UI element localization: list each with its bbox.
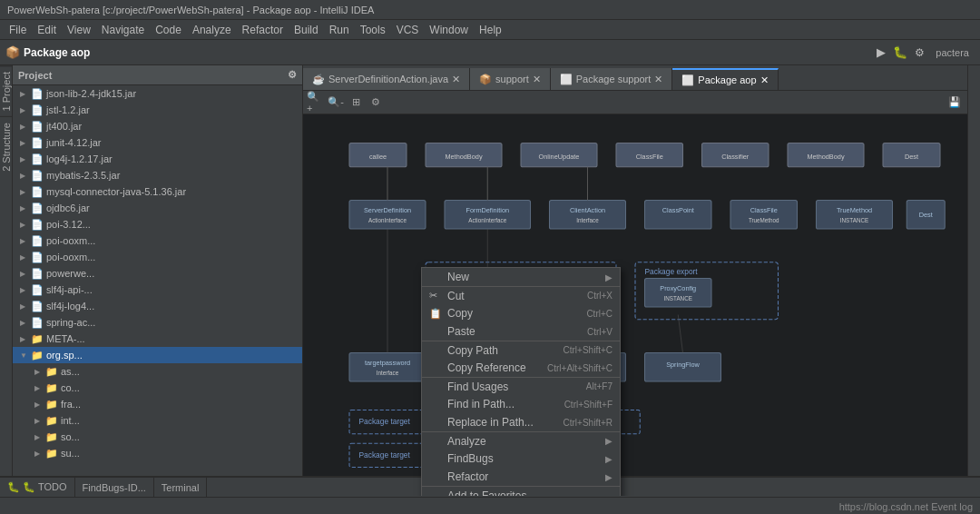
content-area: ☕ ServerDefinitionAction.java ✕ 📦 suppor… xyxy=(303,65,967,496)
ctx-find-usages[interactable]: Find Usages Alt+F7 xyxy=(422,377,620,395)
tree-item[interactable]: ▶📄powerwe... xyxy=(13,265,302,282)
toolbar-layout[interactable]: ⚙ xyxy=(367,94,385,112)
tree-item[interactable]: ▶📄poi-ooxm... xyxy=(13,232,302,249)
svg-text:ServerDefinition: ServerDefinition xyxy=(364,206,411,214)
menu-analyze[interactable]: Analyze xyxy=(187,22,237,38)
tree-item[interactable]: ▶📄mysql-connector-java-5.1.36.jar xyxy=(13,183,302,200)
tree-item[interactable]: ▶📄poi-ooxm... xyxy=(13,249,302,265)
tab-package-aop[interactable]: ⬜ Package aop ✕ xyxy=(672,68,778,90)
toolbar-fit[interactable]: ⊞ xyxy=(347,94,365,112)
tab-package-support[interactable]: ⬜ Package support ✕ xyxy=(551,68,673,90)
tab-server-definition[interactable]: ☕ ServerDefinitionAction.java ✕ xyxy=(303,68,470,90)
bottom-tab-terminal[interactable]: Terminal xyxy=(154,478,208,497)
bottom-tab-findbugs[interactable]: FindBugs-ID... xyxy=(75,478,154,497)
menu-build[interactable]: Build xyxy=(289,22,324,38)
svg-text:callee: callee xyxy=(369,153,387,161)
toolbar-project-label: Package aop xyxy=(24,46,90,59)
svg-text:TrueMethod: TrueMethod xyxy=(837,206,872,214)
ctx-copy-path[interactable]: Copy Path Ctrl+Shift+C xyxy=(422,341,620,359)
tab-icon: 📦 xyxy=(479,74,492,85)
project-tree: ▶📄json-lib-2.4-jdk15.jar ▶📄jstl-1.2.jar … xyxy=(13,85,302,496)
ctx-new[interactable]: New ▶ xyxy=(422,268,620,286)
toolbar-zoom-in[interactable]: 🔍+ xyxy=(307,94,325,112)
menu-edit[interactable]: Edit xyxy=(32,22,62,38)
ctx-find-path[interactable]: Find in Path... Ctrl+Shift+F xyxy=(422,395,620,413)
svg-rect-50 xyxy=(349,353,426,382)
ctx-copy[interactable]: 📋 Copy Ctrl+C xyxy=(422,304,620,322)
ctx-refactor[interactable]: Refactor ▶ xyxy=(422,468,620,486)
project-panel: Project ⚙ ▶📄json-lib-2.4-jdk15.jar ▶📄jst… xyxy=(13,65,303,496)
ctx-findbugs[interactable]: FindBugs ▶ xyxy=(422,450,620,468)
toolbar-debug-icon[interactable]: 🐛 xyxy=(893,45,907,59)
tree-item[interactable]: ▶📁as... xyxy=(13,363,302,380)
svg-text:ActionInterface: ActionInterface xyxy=(468,217,507,223)
menu-code[interactable]: Code xyxy=(150,22,187,38)
tab-close-icon[interactable]: ✕ xyxy=(654,74,662,85)
ctx-paste[interactable]: Paste Ctrl+V xyxy=(422,322,620,341)
menu-tools[interactable]: Tools xyxy=(355,22,391,38)
tree-item[interactable]: ▶📄jstl-1.2.jar xyxy=(13,102,302,118)
cut-icon: ✂ xyxy=(429,290,444,301)
tree-item[interactable]: ▶📄ojdbc6.jar xyxy=(13,200,302,216)
ctx-cut[interactable]: ✂ Cut Ctrl+X xyxy=(422,286,620,304)
tree-item[interactable]: ▶📄json-lib-2.4-jdk15.jar xyxy=(13,85,302,102)
tabs-bar: ☕ ServerDefinitionAction.java ✕ 📦 suppor… xyxy=(303,65,967,91)
svg-text:FormDefinition: FormDefinition xyxy=(466,206,509,214)
context-menu: New ▶ ✂ Cut Ctrl+X 📋 Copy Ctrl+C Paste C… xyxy=(421,267,621,496)
menu-window[interactable]: Window xyxy=(424,22,474,38)
toolbar-export[interactable]: 💾 xyxy=(946,94,964,112)
submenu-arrow: ▶ xyxy=(605,272,612,282)
tree-item[interactable]: ▶📁fra... xyxy=(13,396,302,412)
svg-text:OnlineUpdate: OnlineUpdate xyxy=(539,153,580,161)
project-gear-icon[interactable]: ⚙ xyxy=(288,69,297,81)
svg-text:INSTANCE: INSTANCE xyxy=(840,217,868,223)
todo-icon: 🐛 xyxy=(7,481,20,493)
ctx-add-favorites[interactable]: Add to Favorites xyxy=(422,486,620,496)
svg-text:Package export: Package export xyxy=(645,267,699,276)
side-tab-project[interactable]: 1 Project xyxy=(0,65,13,116)
tab-support[interactable]: 📦 support ✕ xyxy=(470,68,551,90)
side-tab-structure[interactable]: 2 Structure xyxy=(0,116,13,177)
menu-refactor[interactable]: Refactor xyxy=(237,22,289,38)
svg-text:ClassFile: ClassFile xyxy=(750,206,778,214)
tab-icon: ☕ xyxy=(312,74,325,85)
tree-item[interactable]: ▶📄junit-4.12.jar xyxy=(13,134,302,151)
tree-item[interactable]: ▶📁int... xyxy=(13,412,302,429)
svg-text:Interface: Interface xyxy=(576,217,599,223)
pactera-label: pactera xyxy=(936,47,969,58)
tree-item[interactable]: ▶📁co... xyxy=(13,380,302,396)
ctx-analyze[interactable]: Analyze ▶ xyxy=(422,431,620,450)
menu-run[interactable]: Run xyxy=(324,22,355,38)
svg-text:Package target: Package target xyxy=(359,450,411,460)
svg-rect-21 xyxy=(550,201,626,230)
ctx-replace-path[interactable]: Replace in Path... Ctrl+Shift+R xyxy=(422,413,620,431)
tree-item[interactable]: ▶📄poi-3.12... xyxy=(13,216,302,232)
tree-item[interactable]: ▶📄spring-ac... xyxy=(13,314,302,331)
tree-item[interactable]: ▶📄log4j-1.2.17.jar xyxy=(13,151,302,167)
tree-item[interactable]: ▶📄slf4j-api-... xyxy=(13,282,302,298)
menu-navigate[interactable]: Navigate xyxy=(96,22,150,38)
bottom-tab-todo[interactable]: 🐛 🐛 TODO xyxy=(0,478,75,497)
ctx-copy-reference[interactable]: Copy Reference Ctrl+Alt+Shift+C xyxy=(422,359,620,377)
menu-file[interactable]: File xyxy=(4,22,32,38)
editor-toolbar: 🔍+ 🔍- ⊞ ⚙ 💾 xyxy=(303,91,967,114)
tree-item[interactable]: ▶📁so... xyxy=(13,429,302,445)
tree-item[interactable]: ▶📄jt400.jar xyxy=(13,118,302,134)
toolbar-run-icon[interactable]: ▶ xyxy=(877,45,886,59)
tab-label: Package support xyxy=(576,74,652,84)
diagram-canvas: callee MethodBody OnlineUpdate ClassFile… xyxy=(303,114,967,496)
tree-item[interactable]: ▶📁su... xyxy=(13,445,302,461)
tab-close-icon[interactable]: ✕ xyxy=(452,74,460,85)
tab-close-icon[interactable]: ✕ xyxy=(760,74,769,86)
tree-item[interactable]: ▶📄mybatis-2.3.5.jar xyxy=(13,167,302,183)
tree-item[interactable]: ▶📁META-... xyxy=(13,331,302,347)
menu-vcs[interactable]: VCS xyxy=(391,22,425,38)
toolbar-settings-icon[interactable]: ⚙ xyxy=(915,46,925,59)
tree-item[interactable]: ▶📄slf4j-log4... xyxy=(13,298,302,314)
tree-item-orgsp[interactable]: ▼📁org.sp... xyxy=(13,347,302,363)
tab-close-icon[interactable]: ✕ xyxy=(533,74,541,85)
menu-view[interactable]: View xyxy=(62,22,96,38)
diagram-svg: callee MethodBody OnlineUpdate ClassFile… xyxy=(303,114,967,496)
menu-help[interactable]: Help xyxy=(474,22,507,38)
toolbar-zoom-out[interactable]: 🔍- xyxy=(327,94,345,112)
